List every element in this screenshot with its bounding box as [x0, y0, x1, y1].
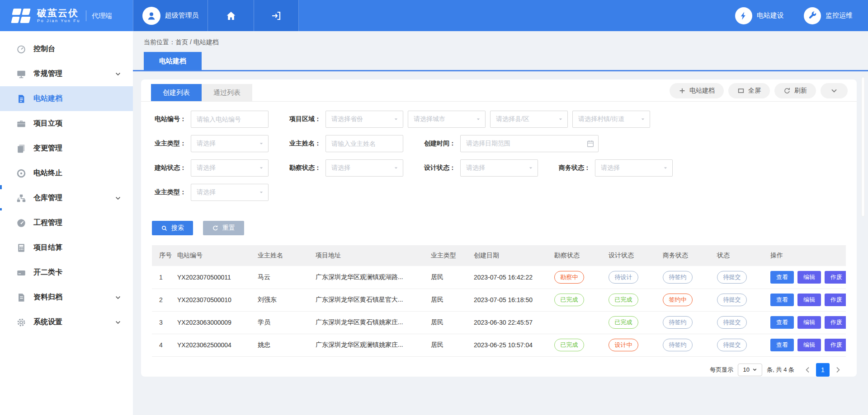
- sidebar-item-change-management[interactable]: 变更管理: [0, 136, 133, 161]
- fullscreen-button[interactable]: 全屏: [728, 83, 770, 98]
- sidebar: 控制台常规管理电站建档项目立项变更管理电站终止仓库管理工程管理项目结算开二类卡资…: [0, 31, 133, 415]
- sidebar-item-warehouse-management[interactable]: 仓库管理: [0, 186, 133, 210]
- business-status-cell: 待签约: [659, 334, 713, 356]
- province-select[interactable]: 请选择省份: [326, 111, 403, 128]
- city-select[interactable]: 请选择城市: [408, 111, 486, 128]
- caret-down-icon: [258, 165, 264, 171]
- view-button[interactable]: 查看: [770, 271, 794, 284]
- page-tab-station-filing[interactable]: 电站建档: [144, 52, 202, 70]
- page-1-button[interactable]: 1: [816, 363, 830, 377]
- filter-field: 业主类型：请选择: [152, 184, 269, 201]
- view-button[interactable]: 查看: [770, 339, 794, 351]
- search-button[interactable]: 搜索: [152, 221, 193, 235]
- status-badge: 待签约: [663, 271, 693, 284]
- edit-button[interactable]: 编辑: [797, 271, 821, 284]
- edit-button[interactable]: 编辑: [797, 316, 821, 329]
- logout-button[interactable]: [254, 0, 299, 31]
- survey-status-select[interactable]: 请选择: [326, 159, 403, 177]
- topnav-monitoring-ops[interactable]: 监控运维: [804, 7, 853, 24]
- status-badge: 勘察中: [554, 271, 584, 284]
- sidebar-item-second-class-card[interactable]: 开二类卡: [0, 260, 133, 285]
- home-icon: [226, 10, 236, 21]
- topnav-station-construction[interactable]: 电站建设: [735, 7, 784, 24]
- select-placeholder: 请选择县/区: [496, 115, 529, 123]
- gear-icon: [16, 317, 26, 327]
- created-date-cell: 2023-07-05 16:42:22: [470, 266, 551, 289]
- county-select[interactable]: 请选择县/区: [490, 111, 568, 128]
- owner-type-select[interactable]: 请选择: [191, 135, 269, 152]
- survey-status-cell: 勘察中: [551, 266, 605, 289]
- view-button[interactable]: 查看: [770, 316, 794, 329]
- status-status-cell: 待提交: [713, 311, 767, 334]
- sidebar-item-station-filing[interactable]: 电站建档: [0, 86, 133, 111]
- reset-icon: [212, 225, 219, 232]
- sidebar-item-label: 电站终止: [33, 168, 121, 178]
- refresh-button[interactable]: 刷新: [774, 83, 816, 98]
- design-status-cell: 待设计: [605, 266, 659, 289]
- breadcrumb-home-link[interactable]: 首页: [175, 38, 188, 46]
- sidebar-item-station-termination[interactable]: 电站终止: [0, 161, 133, 186]
- view-button[interactable]: 查看: [770, 294, 794, 306]
- sidebar-item-general-management[interactable]: 常规管理: [0, 61, 133, 86]
- address-cell: 广东深圳龙华区黄石镇姚家庄...: [312, 311, 427, 334]
- void-button[interactable]: 作废: [825, 339, 846, 351]
- actions-cell: 查看编辑作废: [767, 266, 846, 289]
- sidebar-item-label: 常规管理: [33, 69, 115, 79]
- page-scrollbar[interactable]: [861, 77, 865, 217]
- business-status-cell: 签约中: [659, 289, 713, 311]
- status-badge: 待签约: [663, 316, 693, 329]
- filter-row: 业主类型：请选择业主姓名：创建时间：请选择日期范围: [152, 135, 846, 152]
- sidebar-item-label: 系统设置: [33, 317, 115, 327]
- edition-label: 代理端: [86, 10, 112, 21]
- village-select[interactable]: 请选择村镇/街道: [572, 111, 650, 128]
- create-date-range-input[interactable]: 请选择日期范围: [460, 135, 599, 152]
- tab-pass-list[interactable]: 通过列表: [202, 84, 252, 101]
- sidebar-item-project-initiation[interactable]: 项目立项: [0, 111, 133, 136]
- status-badge: 已完成: [609, 316, 638, 329]
- owner-type-select-2[interactable]: 请选择: [191, 184, 269, 201]
- sidebar-item-label: 资料归档: [33, 293, 115, 302]
- user-menu[interactable]: 超级管理员: [133, 0, 208, 31]
- edit-button[interactable]: 编辑: [797, 339, 821, 351]
- sidebar-item-console[interactable]: 控制台: [0, 37, 133, 61]
- edit-button[interactable]: 编辑: [797, 294, 821, 306]
- home-button[interactable]: [208, 0, 254, 31]
- owner-type-cell: 居民: [427, 289, 470, 311]
- void-button[interactable]: 作废: [825, 271, 846, 284]
- next-page-button[interactable]: [834, 366, 841, 373]
- sidebar-item-project-settlement[interactable]: 项目结算: [0, 235, 133, 260]
- filter-field: 勘察状态：请选择: [287, 159, 403, 177]
- sidebar-item-system-settings[interactable]: 系统设置: [0, 310, 133, 335]
- prev-page-button[interactable]: [804, 366, 811, 373]
- sidebar-item-label: 项目结算: [33, 243, 121, 252]
- table-row: 3YX2023063000009学员广东深圳龙华区黄石镇姚家庄...居民2023…: [152, 311, 846, 334]
- reset-button-label: 重置: [222, 224, 235, 232]
- add-station-button[interactable]: 电站建档: [670, 83, 724, 98]
- filter-label: 电站编号：: [152, 115, 186, 123]
- void-button[interactable]: 作废: [825, 316, 846, 329]
- actions-cell: 查看编辑作废: [767, 311, 846, 334]
- owner-type-cell: 居民: [427, 311, 470, 334]
- sidebar-scrollbar-fragment: [0, 208, 2, 210]
- filter-label: 业主类型：: [152, 140, 186, 148]
- column-header: 创建日期: [470, 245, 551, 266]
- void-button[interactable]: 作废: [825, 294, 846, 306]
- list-tabs-row: 创建列表通过列表 电站建档全屏刷新: [141, 79, 857, 102]
- address-cell: 广东深圳龙华区观澜镇姚家庄...: [312, 334, 427, 356]
- sidebar-item-engineering-management[interactable]: 工程管理: [0, 210, 133, 235]
- reset-button[interactable]: 重置: [203, 221, 244, 235]
- design-status-select[interactable]: 请选择: [460, 159, 538, 177]
- content-card: 创建列表通过列表 电站建档全屏刷新 电站编号：项目区域：请选择省份请选择城市请选…: [141, 79, 857, 377]
- logout-icon: [271, 10, 282, 21]
- address-cell: 广东深圳龙华区观澜镇观湖路...: [312, 266, 427, 289]
- tab-create-list[interactable]: 创建列表: [151, 84, 202, 101]
- per-page-select[interactable]: 10: [738, 364, 762, 376]
- owner-name-input[interactable]: [326, 135, 403, 152]
- filter-field: 请选择城市: [408, 111, 486, 128]
- build-status-select[interactable]: 请选择: [191, 159, 269, 177]
- collapse-button[interactable]: [821, 83, 848, 98]
- business-status-select[interactable]: 请选择: [595, 159, 673, 177]
- station-code-input[interactable]: [191, 111, 269, 128]
- filter-field: 创建时间：请选择日期范围: [421, 135, 599, 152]
- sidebar-item-data-archive[interactable]: 资料归档: [0, 285, 133, 310]
